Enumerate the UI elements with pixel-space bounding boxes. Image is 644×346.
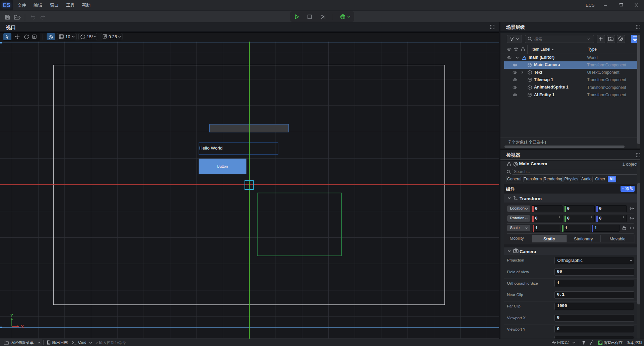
svg-text:Hello World: Hello World: [199, 146, 223, 151]
svg-text:Button: Button: [217, 164, 228, 168]
